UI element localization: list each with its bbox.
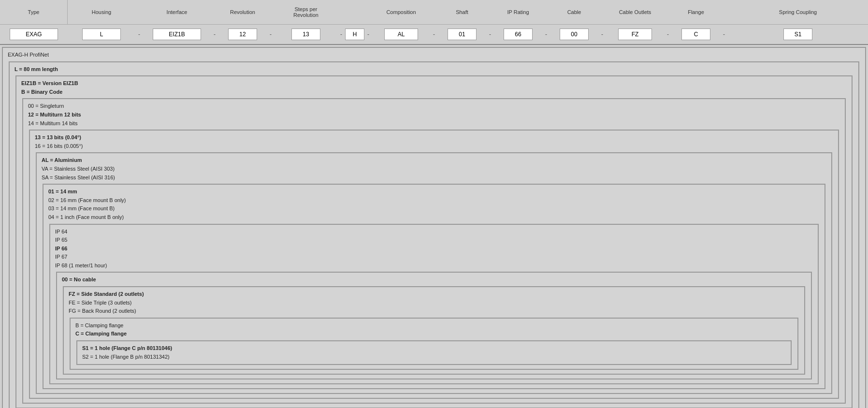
value-spring: S1 bbox=[728, 29, 868, 40]
header-sep3 bbox=[267, 0, 275, 24]
type-info-box: EXAG-H ProfiNet L = 80 mm length EIZ1B =… bbox=[2, 47, 866, 408]
header-sep6 bbox=[430, 0, 438, 24]
spring-info-line1: S1 = 1 hole (Flange C p/n 80131046) bbox=[82, 344, 786, 353]
ip-info-line5: IP 68 (1 meter/1 hour) bbox=[55, 262, 813, 270]
sep2: - bbox=[211, 31, 218, 38]
ip-info-line1: IP 64 bbox=[55, 228, 813, 236]
header-composition: Composition bbox=[372, 0, 430, 24]
header-flange: Flange bbox=[672, 0, 720, 24]
composition-info-box: AL = Aluminium VA = Stainless Steel (AIS… bbox=[36, 152, 832, 394]
value-interface: EIZ1B bbox=[143, 29, 211, 40]
header-sep4 bbox=[337, 0, 345, 24]
composition-value[interactable]: AL bbox=[384, 29, 418, 40]
steps-info-box: 13 = 13 bits (0.04°) 16 = 16 bits (0.005… bbox=[29, 130, 839, 399]
header-sep11 bbox=[720, 0, 728, 24]
value-flange: C bbox=[672, 29, 720, 40]
header-housing: Housing bbox=[68, 0, 135, 24]
type-info-line: EXAG-H ProfiNet bbox=[8, 51, 860, 59]
sep4: - bbox=[337, 31, 345, 38]
outlets-info-line1: FZ = Side Standard (2 outlets) bbox=[69, 290, 799, 299]
value-outlets: FZ bbox=[606, 29, 664, 40]
app-container: Type Housing Interface Revolution Steps … bbox=[0, 0, 868, 408]
shaft-value[interactable]: 01 bbox=[448, 29, 477, 40]
composition-info-line3: SA = Stainless Steel (AISI 316) bbox=[42, 174, 826, 182]
value-type: EXAG bbox=[0, 29, 68, 40]
value-composition: AL bbox=[372, 29, 430, 40]
value-shaft: 01 bbox=[438, 29, 486, 40]
revolution-info-line3: 14 = Multiturn 14 bits bbox=[28, 119, 840, 128]
header-steps: Steps per Revolution bbox=[275, 0, 337, 24]
header-shaft: Shaft bbox=[438, 0, 486, 24]
value-h: H bbox=[345, 29, 364, 40]
info-area: EXAG-H ProfiNet L = 80 mm length EIZ1B =… bbox=[0, 45, 868, 408]
steps-value[interactable]: 13 bbox=[291, 29, 320, 40]
header-row: Type Housing Interface Revolution Steps … bbox=[0, 0, 868, 25]
steps-info-line1: 13 = 13 bits (0.04°) bbox=[35, 133, 833, 142]
sep11: - bbox=[720, 31, 728, 38]
flange-value[interactable]: C bbox=[681, 29, 710, 40]
header-sep5 bbox=[364, 0, 372, 24]
ip-info-line3: IP 66 bbox=[55, 245, 813, 253]
header-iprating: IP Rating bbox=[494, 0, 542, 24]
header-sep2 bbox=[211, 0, 218, 24]
cable-info-box: 00 = No cable FZ = Side Standard (2 outl… bbox=[56, 272, 812, 379]
value-cable: 00 bbox=[550, 29, 598, 40]
shaft-info-line4: 04 = 1 inch (Face mount B only) bbox=[48, 213, 820, 222]
header-sep8 bbox=[542, 0, 550, 24]
header-cable: Cable bbox=[550, 0, 598, 24]
interface-info-line2: B = Binary Code bbox=[21, 88, 847, 97]
flange-info-line2: C = Clamping flange bbox=[75, 330, 793, 338]
iprating-value[interactable]: 66 bbox=[504, 29, 533, 40]
flange-info-line1: B = Clamping flange bbox=[75, 321, 793, 330]
sep9: - bbox=[598, 31, 606, 38]
interface-value[interactable]: EIZ1B bbox=[153, 29, 201, 40]
ip-info-line2: IP 65 bbox=[55, 236, 813, 245]
sep7: - bbox=[486, 31, 494, 38]
revolution-value[interactable]: 12 bbox=[228, 29, 257, 40]
header-sep1 bbox=[135, 0, 143, 24]
type-value[interactable]: EXAG bbox=[10, 29, 58, 40]
composition-info-line1: AL = Aluminium bbox=[42, 156, 826, 165]
sep6: - bbox=[430, 31, 438, 38]
header-spring: Spring Coupling bbox=[728, 0, 868, 24]
value-steps: 13 bbox=[275, 29, 337, 40]
shaft-info-box: 01 = 14 mm 02 = 16 mm (Face mount B only… bbox=[43, 184, 825, 389]
steps-info-line2: 16 = 16 bits (0.005°) bbox=[35, 142, 833, 151]
interface-info-box: EIZ1B = Version EIZ1B B = Binary Code 00… bbox=[15, 75, 853, 408]
outlets-info-line2: FE = Side Triple (3 outlets) bbox=[69, 299, 799, 307]
value-housing: L bbox=[68, 29, 135, 40]
spring-info-box: S1 = 1 hole (Flange C p/n 80131046) S2 =… bbox=[76, 340, 792, 365]
header-h bbox=[345, 0, 364, 24]
value-iprating: 66 bbox=[494, 29, 542, 40]
header-type: Type bbox=[0, 0, 68, 24]
sep1: - bbox=[135, 31, 143, 38]
interface-info-line1: EIZ1B = Version EIZ1B bbox=[21, 79, 847, 88]
value-row: EXAG L - EIZ1B - 12 - 13 - H - AL - 01 -… bbox=[0, 25, 868, 45]
revolution-info-box: 00 = Singleturn 12 = Multiturn 12 bits 1… bbox=[22, 98, 846, 404]
header-sep7 bbox=[486, 0, 494, 24]
shaft-info-line2: 02 = 16 mm (Face mount B only) bbox=[48, 196, 820, 205]
sep3: - bbox=[267, 31, 275, 38]
revolution-info-line2: 12 = Multiturn 12 bits bbox=[28, 111, 840, 119]
ip-info-line4: IP 67 bbox=[55, 253, 813, 262]
cable-value[interactable]: 00 bbox=[560, 29, 589, 40]
sep10: - bbox=[664, 31, 672, 38]
spring-value[interactable]: S1 bbox=[783, 29, 812, 40]
shaft-info-line1: 01 = 14 mm bbox=[48, 188, 820, 196]
sep8: - bbox=[542, 31, 550, 38]
header-revolution: Revolution bbox=[218, 0, 267, 24]
outlets-info-line3: FG = Back Round (2 outlets) bbox=[69, 307, 799, 316]
outlets-info-box: FZ = Side Standard (2 outlets) FE = Side… bbox=[63, 286, 805, 375]
outlets-value[interactable]: FZ bbox=[618, 29, 652, 40]
header-interface: Interface bbox=[143, 0, 211, 24]
spring-info-line2: S2 = 1 hole (Flange B p/n 80131342) bbox=[82, 353, 786, 362]
housing-info-box: L = 80 mm length EIZ1B = Version EIZ1B B… bbox=[9, 61, 859, 408]
housing-value[interactable]: L bbox=[82, 29, 121, 40]
cable-info-line1: 00 = No cable bbox=[62, 276, 806, 284]
h-value[interactable]: H bbox=[345, 29, 364, 40]
sep5: - bbox=[364, 31, 372, 38]
header-outlets: Cable Outlets bbox=[606, 0, 664, 24]
composition-info-line2: VA = Stainless Steel (AISI 303) bbox=[42, 165, 826, 174]
header-sep9 bbox=[598, 0, 606, 24]
housing-info-line: L = 80 mm length bbox=[14, 65, 854, 74]
